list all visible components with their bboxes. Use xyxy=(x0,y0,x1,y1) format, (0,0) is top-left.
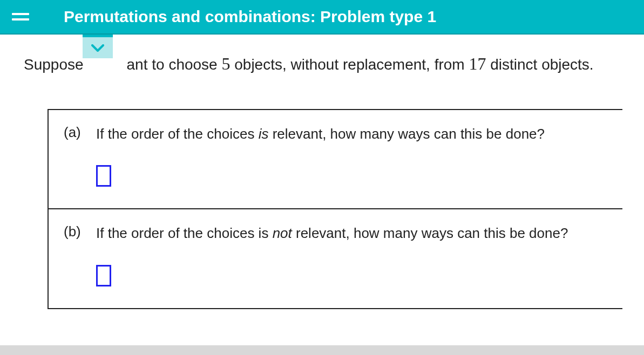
content-area: Supposeant to choose 5 objects, without … xyxy=(0,35,644,309)
page-title: Permutations and combinations: Problem t… xyxy=(64,8,436,26)
menu-icon[interactable] xyxy=(12,7,31,26)
part-b-label: (b) xyxy=(64,223,86,240)
answer-input-b[interactable] xyxy=(96,265,111,286)
part-a-label: (a) xyxy=(64,124,86,141)
question-part-a: (a) If the order of the choices is relev… xyxy=(49,110,622,209)
problem-mid1: ant to choose xyxy=(127,56,222,73)
header-bar: Permutations and combinations: Problem t… xyxy=(0,0,644,35)
bottom-scrollbar[interactable] xyxy=(0,345,644,355)
question-part-b: (b) If the order of the choices is not r… xyxy=(49,209,622,308)
chevron-down-icon xyxy=(91,44,104,52)
problem-num2: 17 xyxy=(469,54,486,73)
dropdown-tab[interactable] xyxy=(83,35,113,58)
problem-mid2: objects, without replacement, from xyxy=(230,56,469,73)
problem-prefix: Suppose xyxy=(24,56,84,73)
problem-num1: 5 xyxy=(221,54,230,73)
problem-statement: Supposeant to choose 5 objects, without … xyxy=(24,51,622,77)
part-a-text: If the order of the choices is relevant,… xyxy=(96,124,607,144)
part-b-text: If the order of the choices is not relev… xyxy=(96,223,607,243)
question-box: (a) If the order of the choices is relev… xyxy=(48,109,622,309)
answer-input-a[interactable] xyxy=(96,165,111,187)
problem-suffix: distinct objects. xyxy=(486,56,593,73)
